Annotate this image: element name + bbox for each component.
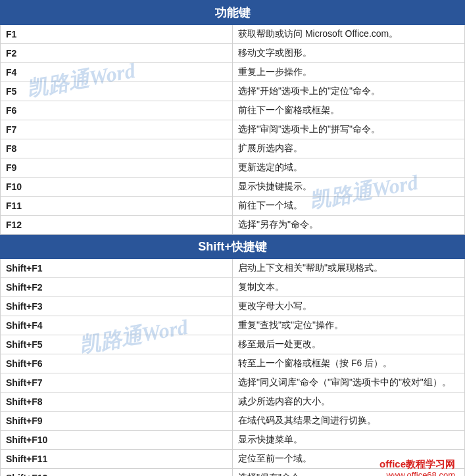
desc-cell: 选择"审阅"选项卡上的"拼写"命令。 xyxy=(233,120,465,139)
table-row: F8扩展所选内容。 xyxy=(1,139,465,158)
desc-cell: 选择"开始"选项卡上的"定位"命令。 xyxy=(233,82,465,101)
key-cell: Shift+F2 xyxy=(1,278,233,297)
desc-cell: 扩展所选内容。 xyxy=(233,139,465,158)
table-row: Shift+F10显示快捷菜单。 xyxy=(1,431,465,450)
desc-cell: 前往下一个域。 xyxy=(233,197,465,216)
table-row: Shift+F9在域代码及其结果之间进行切换。 xyxy=(1,412,465,431)
key-cell: Shift+F9 xyxy=(1,412,233,431)
key-cell: F5 xyxy=(1,82,233,101)
key-cell: F8 xyxy=(1,139,233,158)
desc-cell: 更新选定的域。 xyxy=(233,158,465,178)
desc-cell: 获取帮助或访问 Microsoft Office.com。 xyxy=(233,25,465,44)
table-row: Shift+F3更改字母大小写。 xyxy=(1,297,465,316)
shortcut-table: 功能键 F1获取帮助或访问 Microsoft Office.com。 F2移动… xyxy=(0,0,465,476)
table-row: Shift+F2复制文本。 xyxy=(1,278,465,297)
desc-cell: 选择"保存"命令。 xyxy=(233,469,465,477)
desc-cell: 定位至前一个域。 xyxy=(233,450,465,469)
key-cell: Shift+F4 xyxy=(1,316,233,335)
table-row: F9更新选定的域。 xyxy=(1,158,465,178)
desc-cell: 前往下一个窗格或框架。 xyxy=(233,101,465,120)
desc-cell: 在域代码及其结果之间进行切换。 xyxy=(233,412,465,431)
table-row: Shift+F11定位至前一个域。 xyxy=(1,450,465,469)
key-cell: Shift+F3 xyxy=(1,297,233,316)
table-row: Shift+F1启动上下文相关"帮助"或展现格式。 xyxy=(1,259,465,278)
key-cell: F2 xyxy=(1,44,233,63)
table-row: Shift+F5移至最后一处更改。 xyxy=(1,335,465,354)
table-row: F2移动文字或图形。 xyxy=(1,44,465,63)
table-row: F4重复上一步操作。 xyxy=(1,63,465,82)
table-row: Shift+F8减少所选内容的大小。 xyxy=(1,393,465,412)
desc-cell: 选择"另存为"命令。 xyxy=(233,216,465,235)
desc-cell: 选择"同义词库"命令（"审阅"选项卡中的"校对"组）。 xyxy=(233,373,465,393)
section-title: Shift+快捷键 xyxy=(1,235,465,259)
desc-cell: 重复"查找"或"定位"操作。 xyxy=(233,316,465,335)
key-cell: F1 xyxy=(1,25,233,44)
desc-cell: 减少所选内容的大小。 xyxy=(233,393,465,412)
desc-cell: 复制文本。 xyxy=(233,278,465,297)
key-cell: F6 xyxy=(1,101,233,120)
key-cell: Shift+F5 xyxy=(1,335,233,354)
key-cell: F7 xyxy=(1,120,233,139)
table-row: Shift+F12选择"保存"命令。 xyxy=(1,469,465,477)
table-row: F7选择"审阅"选项卡上的"拼写"命令。 xyxy=(1,120,465,139)
table-row: Shift+F7选择"同义词库"命令（"审阅"选项卡中的"校对"组）。 xyxy=(1,373,465,393)
key-cell: Shift+F8 xyxy=(1,393,233,412)
key-cell: F12 xyxy=(1,216,233,235)
desc-cell: 重复上一步操作。 xyxy=(233,63,465,82)
key-cell: F11 xyxy=(1,197,233,216)
desc-cell: 启动上下文相关"帮助"或展现格式。 xyxy=(233,259,465,278)
table-row: F6前往下一个窗格或框架。 xyxy=(1,101,465,120)
section-header: 功能键 xyxy=(1,1,465,25)
desc-cell: 显示快捷菜单。 xyxy=(233,431,465,450)
key-cell: F10 xyxy=(1,178,233,197)
key-cell: Shift+F10 xyxy=(1,431,233,450)
table-row: Shift+F6转至上一个窗格或框架（按 F6 后）。 xyxy=(1,354,465,373)
table-row: F10显示快捷键提示。 xyxy=(1,178,465,197)
desc-cell: 转至上一个窗格或框架（按 F6 后）。 xyxy=(233,354,465,373)
desc-cell: 更改字母大小写。 xyxy=(233,297,465,316)
table-row: F5选择"开始"选项卡上的"定位"命令。 xyxy=(1,82,465,101)
table-row: Shift+F4重复"查找"或"定位"操作。 xyxy=(1,316,465,335)
key-cell: Shift+F6 xyxy=(1,354,233,373)
key-cell: F4 xyxy=(1,63,233,82)
desc-cell: 显示快捷键提示。 xyxy=(233,178,465,197)
key-cell: Shift+F1 xyxy=(1,259,233,278)
key-cell: Shift+F7 xyxy=(1,373,233,393)
table-row: F1获取帮助或访问 Microsoft Office.com。 xyxy=(1,25,465,44)
key-cell: F9 xyxy=(1,158,233,178)
section-title: 功能键 xyxy=(1,1,465,25)
key-cell: Shift+F12 xyxy=(1,469,233,477)
section-header: Shift+快捷键 xyxy=(1,235,465,259)
table-row: F11前往下一个域。 xyxy=(1,197,465,216)
desc-cell: 移动文字或图形。 xyxy=(233,44,465,63)
key-cell: Shift+F11 xyxy=(1,450,233,469)
desc-cell: 移至最后一处更改。 xyxy=(233,335,465,354)
table-row: F12选择"另存为"命令。 xyxy=(1,216,465,235)
